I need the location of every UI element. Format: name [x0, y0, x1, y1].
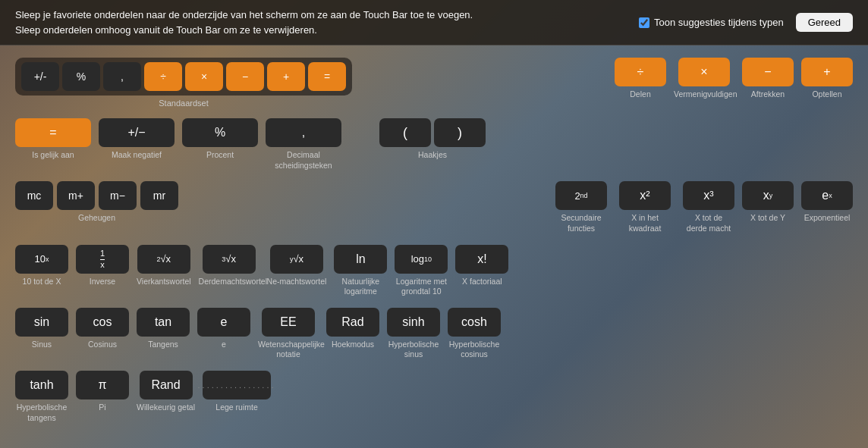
plusminus-small-btn[interactable]: +/- — [21, 62, 59, 91]
x3-label: X tot dederde macht — [687, 213, 731, 233]
tanh-group: tanh Hyperbolischetangens — [15, 371, 68, 423]
row4: 10x 10 tot de X 1x Inverse 2√x Vierkants… — [15, 245, 853, 297]
pi-btn[interactable]: π — [76, 371, 129, 399]
minus-standaard-btn[interactable]: − — [226, 62, 264, 91]
haakje-open-btn[interactable]: ( — [379, 118, 431, 147]
ee-group: EE Wetenschappelijkenotatie — [258, 308, 319, 360]
derdemaW-btn[interactable]: 3√x — [203, 245, 256, 274]
cos-label: Cosinus — [88, 340, 117, 350]
procent-group: % Procent — [182, 118, 258, 161]
standaardset-group: +/- % , ÷ × − + = Standaardset — [15, 58, 352, 108]
maaknegatief-btn[interactable]: +/− — [99, 118, 175, 147]
e-label: e — [222, 340, 226, 350]
instruction-line2: Sleep onderdelen omhoog vanuit de Touch … — [15, 23, 473, 38]
sec-func-label: Secundairefuncties — [561, 213, 601, 233]
rad-label: Hoekmodus — [332, 340, 374, 350]
ln-btn[interactable]: ln — [334, 245, 387, 274]
aftrekken-label: Aftrekken — [751, 89, 785, 100]
content-area: +/- % , ÷ × − + = Standaardset ÷ Delen × — [0, 45, 868, 442]
cosh-label: Hyperbolischecosinus — [449, 340, 500, 360]
aftrekken-btn[interactable]: − — [742, 58, 794, 86]
derdemaW-group: 3√x Derdemachtswortel — [199, 245, 259, 287]
row3: mc m+ m− mr Geheugen 2nd Secundairefunct… — [15, 181, 853, 233]
nemachtw-btn[interactable]: y√x — [270, 245, 323, 274]
sec-func-btn[interactable]: 2nd — [555, 181, 607, 210]
sinh-group: sinh Hyperbolischesinus — [387, 308, 440, 360]
sin-btn[interactable]: sin — [15, 308, 68, 337]
inverse-group: 1x Inverse — [76, 245, 129, 287]
decimaal-group: , Decimaal scheidingsteken — [266, 118, 341, 171]
sin-label: Sinus — [32, 340, 52, 350]
xy-group: xy X tot de Y — [742, 181, 794, 224]
plus-standaard-btn[interactable]: + — [267, 62, 305, 91]
ee-label: Wetenschappelijkenotatie — [258, 340, 319, 360]
mc-btn[interactable]: mc — [15, 181, 53, 210]
pi-label: Pi — [99, 403, 105, 413]
geheugen-label: Geheugen — [78, 213, 115, 224]
percent-small-btn[interactable]: % — [62, 62, 100, 91]
isgelijk-group: = Is gelijk aan — [15, 118, 91, 161]
xfact-btn[interactable]: x! — [455, 245, 508, 274]
haakje-sluit-btn[interactable]: ) — [434, 118, 486, 147]
e-btn[interactable]: e — [197, 308, 250, 337]
comma-small-btn[interactable]: , — [103, 62, 141, 91]
suggestions-checkbox-label[interactable]: Toon suggesties tijdens typen — [639, 17, 784, 28]
10x-btn[interactable]: 10x — [15, 245, 68, 274]
x2-btn[interactable]: x² — [619, 181, 671, 210]
xy-label: X tot de Y — [750, 213, 785, 224]
mplus-btn[interactable]: m+ — [57, 181, 95, 210]
vierkantsw-label: Vierkantswortel — [137, 277, 191, 287]
done-button[interactable]: Gereed — [796, 13, 853, 32]
rand-btn[interactable]: Rand — [140, 371, 193, 399]
row2: = Is gelijk aan +/− Maak negatief % Proc… — [15, 118, 853, 171]
procent-label: Procent — [206, 150, 234, 161]
checkbox-text: Toon suggesties tijdens typen — [654, 17, 784, 28]
nemachtw-group: y√x Ne-machtswortel — [267, 245, 327, 287]
multiply-standaard-btn[interactable]: × — [185, 62, 223, 91]
ex-label: Exponentieel — [804, 213, 851, 224]
mmin-btn[interactable]: m− — [99, 181, 137, 210]
equals-standaard-btn[interactable]: = — [308, 62, 346, 91]
procent-btn[interactable]: % — [182, 118, 258, 147]
suggestions-checkbox[interactable] — [639, 17, 649, 28]
inverse-btn[interactable]: 1x — [76, 245, 129, 274]
aftrekken-group: − Aftrekken — [742, 58, 794, 100]
decimaal-btn[interactable]: , — [266, 118, 341, 147]
derdemaW-label: Derdemachtswortel — [199, 277, 259, 287]
cosh-btn[interactable]: cosh — [448, 308, 501, 337]
ln-group: ln Natuurlijkelogaritme — [334, 245, 387, 297]
optellen-btn[interactable]: + — [801, 58, 853, 86]
log10-btn[interactable]: log10 — [395, 245, 448, 274]
log10-label: Logaritme metgrondtal 10 — [396, 277, 447, 297]
vermenigvuldigen-btn[interactable]: × — [678, 58, 730, 86]
x2-group: x² X in het kwadraat — [615, 181, 675, 233]
xy-btn[interactable]: xy — [742, 181, 794, 210]
row5: sin Sinus cos Cosinus tan Tangens e e EE… — [15, 308, 853, 360]
haakjes-label: Haakjes — [418, 150, 447, 161]
sinh-label: Hyperbolischesinus — [388, 340, 439, 360]
rad-btn[interactable]: Rad — [326, 308, 379, 337]
x3-group: x³ X tot dederde macht — [683, 181, 734, 233]
xfact-group: x! X factoriaal — [455, 245, 508, 287]
cos-group: cos Cosinus — [76, 308, 129, 350]
ex-btn[interactable]: ex — [801, 181, 853, 210]
haakjes-group: ( ) Haakjes — [379, 118, 486, 161]
log10-group: log10 Logaritme metgrondtal 10 — [395, 245, 448, 297]
sinh-btn[interactable]: sinh — [387, 308, 440, 337]
inverse-label: Inverse — [90, 277, 115, 287]
legeruimte-btn[interactable]: ................. — [203, 371, 271, 399]
mr-btn[interactable]: mr — [140, 181, 178, 210]
x3-btn[interactable]: x³ — [683, 181, 734, 210]
divide-standaard-btn[interactable]: ÷ — [144, 62, 182, 91]
tanh-btn[interactable]: tanh — [15, 371, 68, 399]
vermenigvuldigen-group: × Vermenigvuldigen — [674, 58, 734, 100]
10x-label: 10 tot de X — [23, 277, 61, 287]
maaknegatief-label: Maak negatief — [112, 150, 162, 161]
ee-btn[interactable]: EE — [262, 308, 315, 337]
rad-group: Rad Hoekmodus — [326, 308, 379, 350]
tan-btn[interactable]: tan — [137, 308, 190, 337]
vierkantsw-btn[interactable]: 2√x — [137, 245, 190, 274]
cos-btn[interactable]: cos — [76, 308, 129, 337]
isgelijk-btn[interactable]: = — [15, 118, 91, 147]
delen-btn[interactable]: ÷ — [615, 58, 666, 86]
